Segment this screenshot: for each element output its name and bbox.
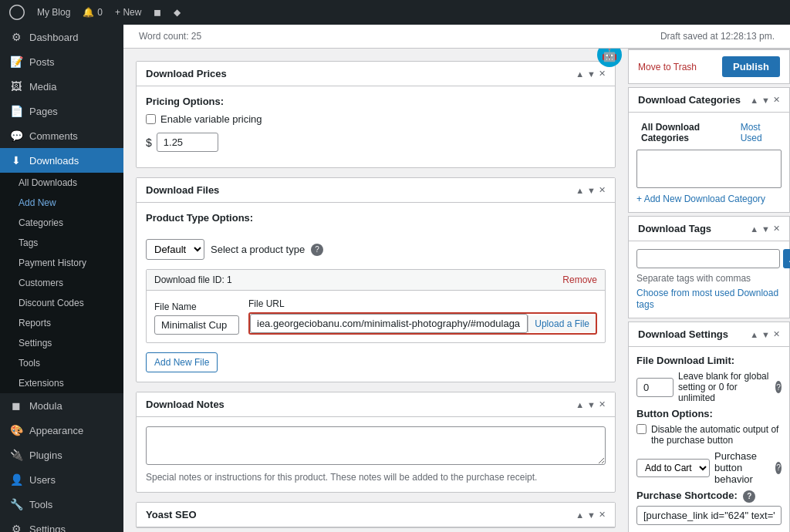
file-name-input[interactable] xyxy=(154,315,239,335)
files-up-chevron[interactable]: ▲ xyxy=(576,186,584,195)
sidebar-item-all-downloads[interactable]: All Downloads xyxy=(0,173,123,193)
tags-down-chevron[interactable]: ▼ xyxy=(761,224,770,234)
most-used-tab[interactable]: Most Used xyxy=(736,120,782,145)
disable-auto-checkbox[interactable] xyxy=(636,424,647,434)
download-files-header[interactable]: Download Files ▲ ▼ ✕ xyxy=(137,178,615,203)
notes-close-chevron[interactable]: ✕ xyxy=(599,399,606,409)
sidebar-item-discount-codes[interactable]: Discount Codes xyxy=(0,293,123,313)
settings-close-chevron[interactable]: ✕ xyxy=(773,329,780,339)
tag-input[interactable] xyxy=(636,249,780,268)
prices-close-chevron[interactable]: ✕ xyxy=(599,69,606,79)
download-notes-header[interactable]: Download Notes ▲ ▼ ✕ xyxy=(137,392,615,417)
wp-logo[interactable] xyxy=(9,5,25,20)
diamond-icon[interactable]: ◆ xyxy=(174,7,181,18)
download-prices-header[interactable]: Download Prices ▲ ▼ ✕ xyxy=(137,62,615,86)
sidebar-item-customers[interactable]: Customers xyxy=(0,273,123,293)
sidebar-item-downloads[interactable]: ⬇ Downloads xyxy=(0,148,123,173)
add-tag-button[interactable]: Add xyxy=(783,249,790,268)
sidebar-item-reports[interactable]: Reports xyxy=(0,313,123,333)
tags-close-chevron[interactable]: ✕ xyxy=(773,224,780,234)
prices-down-chevron[interactable]: ▼ xyxy=(587,69,596,79)
sidebar-item-add-new[interactable]: Add New xyxy=(0,193,123,213)
settings-down-chevron[interactable]: ▼ xyxy=(761,330,770,339)
variable-pricing-checkbox[interactable] xyxy=(146,114,156,124)
prices-up-chevron[interactable]: ▲ xyxy=(576,69,584,79)
sidebar-item-posts[interactable]: 📝 Posts xyxy=(0,49,123,74)
download-notes-textarea[interactable] xyxy=(146,426,606,465)
sidebar-item-plugins[interactable]: 🔌 Plugins xyxy=(0,443,123,467)
sidebar-item-tools-bottom[interactable]: 🔧 Tools xyxy=(0,492,123,517)
sidebar-item-comments[interactable]: 💬 Comments xyxy=(0,123,123,148)
sidebar-item-extensions[interactable]: Extensions xyxy=(0,373,123,393)
cats-close-chevron[interactable]: ✕ xyxy=(773,95,780,105)
sidebar-item-modula[interactable]: ◼ Modula xyxy=(0,393,123,418)
yoast-seo-controls: ▲ ▼ ✕ xyxy=(576,510,606,520)
files-close-chevron[interactable]: ✕ xyxy=(599,185,606,195)
sidebar-item-users[interactable]: 👤 Users xyxy=(0,467,123,492)
file-row-body: File Name File URL Upload a File xyxy=(147,291,605,342)
sidebar-item-tools[interactable]: Tools xyxy=(0,353,123,373)
yoast-close-chevron[interactable]: ✕ xyxy=(599,510,606,520)
move-to-trash-link[interactable]: Move to Trash xyxy=(638,62,697,72)
tools-label: Tools xyxy=(19,358,40,369)
choose-tags-link[interactable]: Choose from most used Download tags xyxy=(636,288,778,310)
add-new[interactable]: + New xyxy=(115,7,141,18)
sidebar-item-settings[interactable]: Settings xyxy=(0,333,123,353)
price-input[interactable] xyxy=(157,133,218,152)
add-new-category-link[interactable]: + Add New Download Category xyxy=(636,194,765,204)
download-categories-body: All Download Categories Most Used + Add … xyxy=(629,113,789,212)
all-categories-tab[interactable]: All Download Categories xyxy=(636,120,736,145)
tags-up-chevron[interactable]: ▲ xyxy=(750,224,758,234)
sidebar-item-media-label: Media xyxy=(29,81,56,93)
shortcode-input[interactable] xyxy=(636,506,782,525)
upload-file-link[interactable]: Upload a File xyxy=(528,315,596,332)
sidebar-item-pages[interactable]: 📄 Pages xyxy=(0,99,123,123)
cats-down-chevron[interactable]: ▼ xyxy=(761,96,770,105)
purchase-behavior-help-icon[interactable]: ? xyxy=(775,462,782,474)
site-name[interactable]: My Blog xyxy=(37,7,70,18)
file-limit-help-icon[interactable]: ? xyxy=(775,381,782,393)
right-sidebar: Move to Trash Publish Download Categorie… xyxy=(628,49,790,532)
tags-hint: Separate tags with commas xyxy=(636,273,782,284)
yoast-seo-header[interactable]: Yoast SEO ▲ ▼ ✕ xyxy=(137,503,615,527)
main-area: Word count: 25 Draft saved at 12:28:13 p… xyxy=(123,0,790,532)
product-type-help-icon[interactable]: ? xyxy=(311,244,323,256)
pages-icon: 📄 xyxy=(9,105,23,117)
users-icon: 👤 xyxy=(9,473,23,486)
modula-icon[interactable]: ◼ xyxy=(154,7,161,18)
sidebar-item-downloads-label: Downloads xyxy=(29,155,79,167)
remove-file-link[interactable]: Remove xyxy=(562,274,597,285)
yoast-up-chevron[interactable]: ▲ xyxy=(576,510,584,520)
notes-down-chevron[interactable]: ▼ xyxy=(587,400,596,409)
product-type-select[interactable]: Default xyxy=(146,239,204,260)
download-tags-header[interactable]: Download Tags ▲ ▼ ✕ xyxy=(629,217,789,241)
cats-up-chevron[interactable]: ▲ xyxy=(750,96,758,105)
media-icon: 🖼 xyxy=(9,80,23,93)
sidebar-item-payment-history[interactable]: Payment History xyxy=(0,253,123,273)
sidebar-item-dashboard[interactable]: ⚙ Dashboard xyxy=(0,25,123,49)
settings-up-chevron[interactable]: ▲ xyxy=(750,330,758,339)
draft-saved: Draft saved at 12:28:13 pm. xyxy=(660,31,775,42)
file-limit-input[interactable] xyxy=(636,378,674,397)
shortcode-label: Purchase Shortcode: ? xyxy=(636,490,782,503)
download-categories-header[interactable]: Download Categories ▲ ▼ ✕ xyxy=(629,88,789,113)
files-down-chevron[interactable]: ▼ xyxy=(587,186,596,195)
download-settings-header[interactable]: Download Settings ▲ ▼ ✕ xyxy=(629,322,789,347)
sidebar-item-categories[interactable]: Categories xyxy=(0,213,123,233)
file-name-field: File Name xyxy=(154,301,239,335)
sidebar-item-settings-bottom[interactable]: ⚙ Settings xyxy=(0,517,123,532)
file-url-input[interactable] xyxy=(250,314,528,333)
sidebar-item-media[interactable]: 🖼 Media xyxy=(0,74,123,99)
cart-button-select[interactable]: Add to Cart xyxy=(636,459,710,477)
sidebar-item-appearance[interactable]: 🎨 Appearance xyxy=(0,418,123,443)
add-new-file-button[interactable]: Add New File xyxy=(146,352,218,372)
modula-menu-icon: ◼ xyxy=(9,399,23,412)
yoast-down-chevron[interactable]: ▼ xyxy=(587,510,596,520)
sidebar-item-tags[interactable]: Tags xyxy=(0,233,123,253)
shortcode-help-icon[interactable]: ? xyxy=(743,490,755,503)
notes-up-chevron[interactable]: ▲ xyxy=(576,400,584,409)
notifications[interactable]: 🔔0 xyxy=(83,7,103,18)
publish-button[interactable]: Publish xyxy=(722,56,780,77)
download-categories-metabox: Download Categories ▲ ▼ ✕ All Download C… xyxy=(628,87,790,213)
categories-list-box[interactable] xyxy=(636,150,782,188)
